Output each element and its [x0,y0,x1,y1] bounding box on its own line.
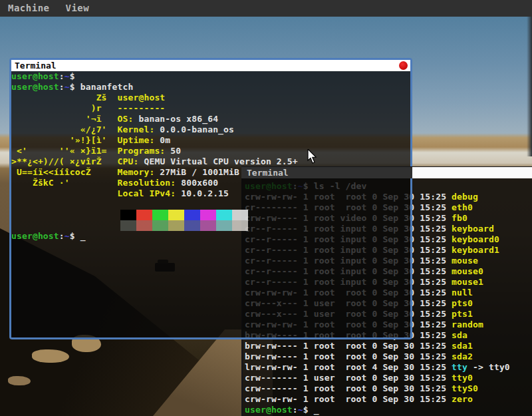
ls-row-ttyS0: crw------- 1 root root 0 Sep 30 15:25 tt… [245,383,510,394]
menu-machine[interactable]: Machine [0,0,58,17]
fetch-row: Local IPv4: 10.0.2.15 [11,188,410,199]
fetch-row: ŽškC ·' Resolution: 800x600 [11,178,410,188]
palette-swatch [184,210,200,220]
terminal-window-bananfetch[interactable]: Terminal user@host:~$ user@host:~$ banan… [9,58,412,339]
shell-prompt-line: user@host:~$ _ [11,231,410,242]
palette-swatch [168,220,184,231]
desert-rocks [8,376,31,385]
desert-rocks [32,349,69,363]
blank-line [11,199,410,210]
shell-prompt-line: user@host:~$ _ [245,405,510,415]
wallpaper-edge [527,17,532,156]
color-palette-bright [11,220,410,231]
close-icon[interactable] [399,61,408,70]
terminal-ls-titlebar[interactable]: Terminal [241,166,532,178]
palette-swatch [216,210,232,220]
palette-swatch [232,220,248,231]
palette-swatch [120,210,136,220]
ls-row-zero: crw-rw-rw- 1 root root 0 Sep 30 15:25 ze… [245,394,510,405]
ls-row-sda1: brw-rw---- 1 root root 0 Sep 30 15:25 sd… [245,341,510,351]
menu-view[interactable]: View [58,0,98,17]
palette-swatch [184,220,200,231]
palette-swatch [200,210,216,220]
shell-prompt-line: user@host:~$ bananfetch [11,82,410,93]
fetch-row: >**¿<+)//( ×¿vîrŽ CPU: QEMU Virtual CPU … [11,156,410,167]
palette-swatch [136,220,152,231]
palette-swatch [136,210,152,220]
shell-prompt-line: user@host:~$ [11,71,410,82]
ls-row-tty0: crw------- 1 user root 0 Sep 30 15:25 tt… [245,373,510,383]
ls-row-tty: lrw-rw-rw- 1 root root 4 Sep 30 15:25 tt… [245,362,510,373]
terminal-ls-titlebar-exposed [412,167,532,178]
fetch-row: '»!}[ì' Uptime: 0m [11,135,410,146]
fetch-row: )r --------- [11,103,410,114]
color-palette-normal [11,210,410,220]
terminal-bananfetch-titlebar[interactable]: Terminal [11,60,410,71]
terminal-ls-title: Terminal [241,167,412,178]
palette-swatch [168,210,184,220]
ls-row-sda2: brw-rw---- 1 root root 0 Sep 30 15:25 sd… [245,351,510,362]
terminal-output-bananfetch[interactable]: user@host:~$ user@host:~$ bananfetch Zš … [11,71,410,337]
palette-swatch [232,210,248,220]
fetch-row: <' ''« ×}ï1= Programs: 50 [11,146,410,156]
palette-swatch [152,220,168,231]
fetch-row: '¬ï OS: banan-os x86_64 [11,114,410,124]
palette-swatch [200,220,216,231]
fetch-row: «/¿7' Kernel: 0.0.0-banan_os [11,124,410,135]
terminal-bananfetch-title: Terminal [11,60,410,71]
palette-swatch [216,220,232,231]
fetch-row: Zš user@host [11,93,410,103]
mouse-cursor-icon [307,149,318,166]
palette-swatch [120,220,136,231]
vm-menubar: Machine View [0,0,532,17]
palette-swatch [152,210,168,220]
